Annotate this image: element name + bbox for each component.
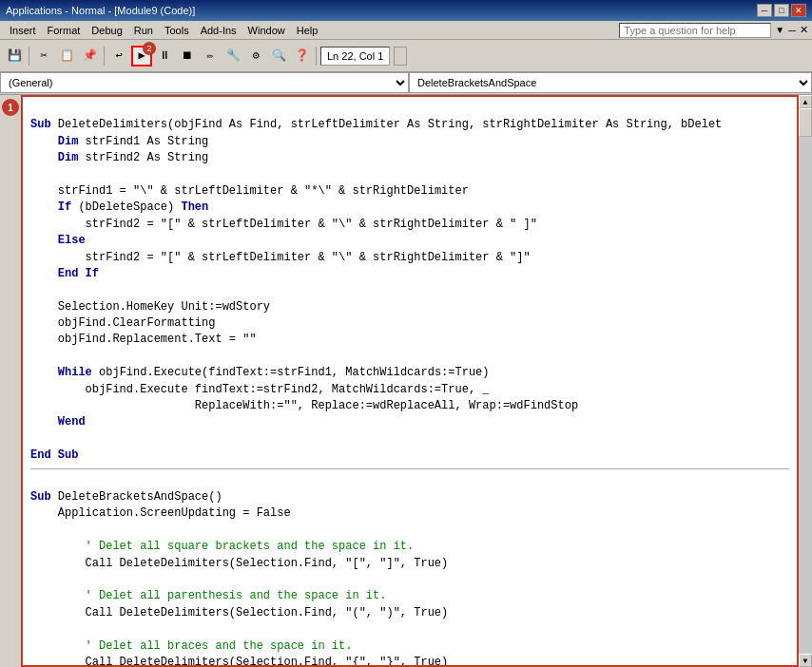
scroll-down-arrow[interactable]: ▼ [799, 654, 812, 667]
toolbar-scrollbar[interactable] [394, 47, 407, 66]
title-controls: ─ □ ✕ [757, 4, 806, 17]
menu-run[interactable]: Run [128, 23, 159, 38]
position-label: Ln 22, Col 1 [320, 47, 390, 66]
toolbar-btn-find[interactable]: 🔍 [268, 46, 289, 67]
menu-bar: Insert Format Debug Run Tools Add-Ins Wi… [0, 21, 812, 40]
toolbar-btn-project[interactable]: 🔧 [222, 46, 243, 67]
maximize-button[interactable]: □ [774, 4, 789, 17]
help-minimize-icon[interactable]: ─ [788, 25, 796, 36]
menu-debug[interactable]: Debug [86, 23, 127, 38]
toolbar-btn-props[interactable]: ⚙ [245, 46, 266, 67]
toolbar-btn-help2[interactable]: ❓ [291, 46, 312, 67]
help-close-icon[interactable]: ✕ [800, 24, 808, 36]
toolbar-btn-copy[interactable]: 📋 [56, 46, 77, 67]
menu-help[interactable]: Help [291, 23, 324, 38]
sidebar: 1 [0, 95, 21, 667]
dropdowns-row: (General) DeleteBracketsAndSpace [0, 72, 812, 95]
minimize-button[interactable]: ─ [757, 4, 772, 17]
menu-addins[interactable]: Add-Ins [195, 23, 242, 38]
close-button[interactable]: ✕ [791, 4, 806, 17]
menu-tools[interactable]: Tools [159, 23, 195, 38]
help-input[interactable] [619, 23, 771, 38]
badge2-wrapper: ▶ 2 [131, 46, 152, 67]
toolbar-btn-save[interactable]: 💾 [4, 46, 25, 67]
badge-2: 2 [143, 42, 156, 55]
help-dropdown-icon[interactable]: ▼ [775, 25, 784, 35]
toolbar-btn-cut[interactable]: ✂ [33, 46, 54, 67]
menu-format[interactable]: Format [42, 23, 87, 38]
procedure-dropdown[interactable]: DeleteBracketsAndSpace [409, 72, 812, 93]
general-dropdown[interactable]: (General) [0, 72, 409, 93]
toolbar-sep-2 [104, 47, 105, 66]
toolbar-btn-pause[interactable]: ⏸ [154, 46, 175, 67]
toolbar-btn-paste[interactable]: 📌 [79, 46, 100, 67]
scrollbar-right[interactable]: ▲ ▼ [799, 95, 812, 667]
scroll-thumb[interactable] [799, 108, 812, 137]
menu-insert[interactable]: Insert [4, 23, 42, 38]
code-editor[interactable]: Sub DeleteDelimiters(objFind As Find, st… [21, 95, 799, 667]
toolbar-sep-1 [29, 47, 29, 66]
help-area: ▼ ─ ✕ [619, 23, 808, 38]
badge-1: 1 [2, 99, 19, 116]
toolbar-sep-3 [316, 47, 317, 66]
title-bar: Applications - Normal - [Module9 (Code)]… [0, 0, 812, 21]
menu-window[interactable]: Window [242, 23, 291, 38]
toolbar: 💾 ✂ 📋 📌 ↩ ▶ 2 ⏸ ⏹ ✏ 🔧 ⚙ 🔍 ❓ Ln 22, Col 1 [0, 40, 812, 72]
toolbar-btn-stop[interactable]: ⏹ [177, 46, 198, 67]
scroll-up-arrow[interactable]: ▲ [799, 95, 812, 108]
scroll-track[interactable] [799, 108, 812, 654]
code-area: 1 Sub DeleteDelimiters(objFind As Find, … [0, 95, 812, 667]
toolbar-btn-undo[interactable]: ↩ [108, 46, 129, 67]
title-text: Applications - Normal - [Module9 (Code)] [6, 5, 195, 16]
toolbar-btn-design[interactable]: ✏ [200, 46, 221, 67]
code-content: Sub DeleteDelimiters(objFind As Find, st… [23, 97, 797, 667]
